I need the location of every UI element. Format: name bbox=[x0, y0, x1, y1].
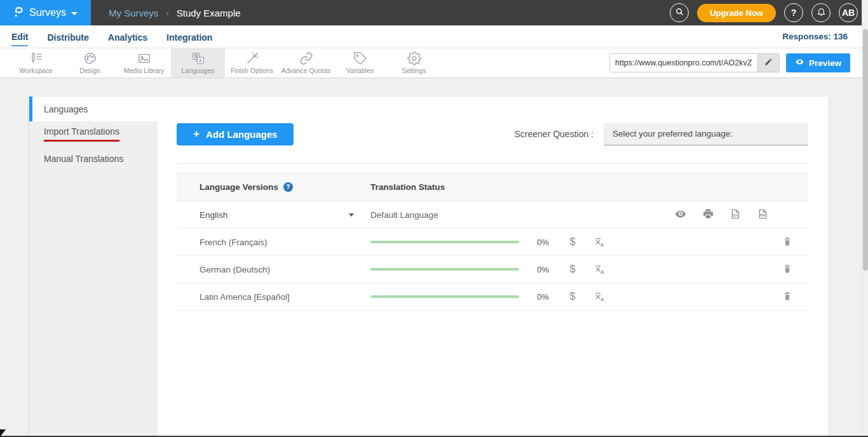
sidebar-item-import-translations[interactable]: Import Translations bbox=[29, 121, 158, 146]
link-icon bbox=[299, 51, 313, 65]
survey-url-input[interactable] bbox=[610, 54, 757, 72]
paid-translation-icon[interactable]: $ bbox=[567, 264, 578, 275]
pdf-file-icon: PDF bbox=[757, 208, 769, 222]
edit-toolbar: Workspace Design Media Library bbox=[0, 48, 868, 78]
breadcrumb-my-surveys[interactable]: My Surveys bbox=[109, 8, 158, 18]
page-scrollbar[interactable] bbox=[862, 0, 868, 437]
language-versions-table: Language Versions ? Translation Status E… bbox=[177, 173, 808, 311]
gear-icon bbox=[407, 51, 421, 65]
print-button[interactable] bbox=[702, 208, 714, 222]
sidebar-item-manual-translations[interactable]: Manual Translations bbox=[29, 146, 158, 171]
main-nav: Edit Distribute Analytics Integration Re… bbox=[0, 25, 868, 48]
delete-language-button[interactable] bbox=[782, 290, 792, 304]
toolbar-item-variables[interactable]: Variables bbox=[333, 48, 387, 77]
export-pdf-button[interactable]: PDF bbox=[757, 208, 769, 222]
eye-icon bbox=[795, 57, 804, 69]
trash-icon bbox=[782, 263, 792, 276]
delete-language-button[interactable] bbox=[782, 236, 792, 249]
table-row-english: English Default Language bbox=[177, 201, 808, 229]
image-icon bbox=[137, 51, 151, 65]
table-row-latin-america: Latin America [Español] 0% $ A bbox=[177, 283, 808, 311]
brand-label: Surveys bbox=[29, 7, 66, 18]
panel-top: + Add Languages Screener Question : Sele… bbox=[177, 123, 808, 145]
content-area: Languages Import Translations Manual Tra… bbox=[0, 78, 868, 437]
progress-percent: 0% bbox=[537, 292, 555, 302]
questionpro-logo-icon bbox=[13, 5, 24, 21]
header-actions: Upgrade Now ? AB bbox=[670, 3, 868, 22]
bell-icon bbox=[817, 7, 826, 18]
trash-icon bbox=[782, 236, 792, 249]
table-row-french: French (Français) 0% $ A bbox=[177, 229, 808, 256]
svg-text:PDF: PDF bbox=[760, 213, 766, 217]
auto-translate-icon[interactable]: A bbox=[594, 292, 605, 302]
app-window: Surveys My Surveys › Study Example Upgra… bbox=[0, 0, 868, 437]
header-translation-status: Translation Status bbox=[370, 182, 808, 192]
doc-file-icon: DOC bbox=[729, 208, 742, 222]
tab-edit[interactable]: Edit bbox=[11, 27, 28, 46]
tab-distribute[interactable]: Distribute bbox=[47, 28, 88, 46]
view-button[interactable] bbox=[674, 208, 687, 222]
delete-language-button[interactable] bbox=[782, 263, 792, 276]
plus-icon: + bbox=[193, 128, 200, 140]
progress-percent: 0% bbox=[537, 238, 555, 247]
search-button[interactable] bbox=[670, 3, 689, 22]
table-row-german: German (Deutsch) 0% $ A bbox=[177, 256, 808, 283]
toolbar-right: Preview bbox=[609, 48, 868, 77]
toolbar-item-advance-quotas[interactable]: Advance Quotas bbox=[279, 48, 333, 77]
preview-button[interactable]: Preview bbox=[786, 53, 850, 72]
languages-card: Languages Import Translations Manual Tra… bbox=[29, 97, 829, 437]
avatar[interactable]: AB bbox=[839, 3, 858, 22]
paid-translation-icon[interactable]: $ bbox=[567, 236, 578, 248]
svg-text:DOC: DOC bbox=[732, 213, 739, 217]
auto-translate-icon[interactable]: A bbox=[594, 264, 605, 275]
toolbar-item-media-library[interactable]: Media Library bbox=[117, 48, 171, 77]
scrollbar-thumb[interactable] bbox=[863, 29, 868, 271]
top-header: Surveys My Surveys › Study Example Upgra… bbox=[0, 0, 868, 25]
translation-progress-bar bbox=[370, 295, 519, 298]
toolbar-item-workspace[interactable]: Workspace bbox=[9, 48, 63, 77]
tab-analytics[interactable]: Analytics bbox=[108, 28, 147, 46]
toolbar-item-settings[interactable]: Settings bbox=[387, 48, 441, 77]
default-language-status: Default Language bbox=[370, 208, 808, 222]
settings-sidebar: Languages Import Translations Manual Tra… bbox=[29, 97, 158, 437]
workspace-icon bbox=[29, 51, 43, 65]
chevron-down-icon bbox=[349, 213, 354, 217]
languages-icon: A bbox=[191, 51, 205, 65]
palette-icon bbox=[83, 51, 97, 65]
svg-text:A: A bbox=[600, 297, 604, 302]
toolbar-item-design[interactable]: Design bbox=[63, 48, 117, 77]
responses-count[interactable]: Responses: 136 bbox=[782, 32, 848, 41]
paid-translation-icon[interactable]: $ bbox=[567, 291, 578, 302]
default-row-actions: DOC PDF bbox=[674, 208, 808, 222]
screener-question-select[interactable]: Select your preferred language: bbox=[604, 123, 808, 145]
table-header-row: Language Versions ? Translation Status bbox=[177, 173, 808, 201]
upgrade-now-button[interactable]: Upgrade Now bbox=[697, 4, 776, 22]
surveys-menu[interactable]: Surveys bbox=[0, 0, 91, 25]
languages-panel: + Add Languages Screener Question : Sele… bbox=[158, 97, 829, 437]
svg-text:A: A bbox=[198, 58, 202, 64]
edit-url-button[interactable] bbox=[757, 54, 779, 72]
export-doc-button[interactable]: DOC bbox=[729, 208, 742, 222]
auto-translate-icon[interactable]: A bbox=[594, 237, 605, 248]
help-icon[interactable]: ? bbox=[283, 182, 293, 192]
add-languages-button[interactable]: + Add Languages bbox=[177, 123, 294, 145]
toolbar-item-languages[interactable]: A Languages bbox=[171, 48, 225, 77]
toolbar-item-finish-options[interactable]: Finish Options bbox=[225, 48, 279, 77]
breadcrumb-current: Study Example bbox=[177, 8, 241, 18]
svg-text:A: A bbox=[600, 269, 604, 275]
trash-icon bbox=[782, 290, 792, 304]
tab-integration[interactable]: Integration bbox=[166, 28, 212, 46]
survey-url-box bbox=[609, 53, 780, 72]
translation-progress-bar bbox=[370, 268, 519, 271]
pencil-icon bbox=[764, 58, 773, 68]
printer-icon bbox=[702, 208, 714, 222]
search-icon bbox=[675, 7, 684, 18]
notifications-button[interactable] bbox=[811, 3, 831, 22]
screener-question-label: Screener Question : bbox=[514, 129, 593, 139]
breadcrumb-separator-icon: › bbox=[166, 8, 168, 18]
sidebar-item-languages[interactable]: Languages bbox=[29, 97, 158, 121]
progress-percent: 0% bbox=[537, 265, 555, 274]
help-button[interactable]: ? bbox=[784, 3, 803, 22]
default-language-dropdown[interactable]: English bbox=[177, 210, 370, 220]
screener-question-group: Screener Question : Select your preferre… bbox=[514, 123, 808, 145]
